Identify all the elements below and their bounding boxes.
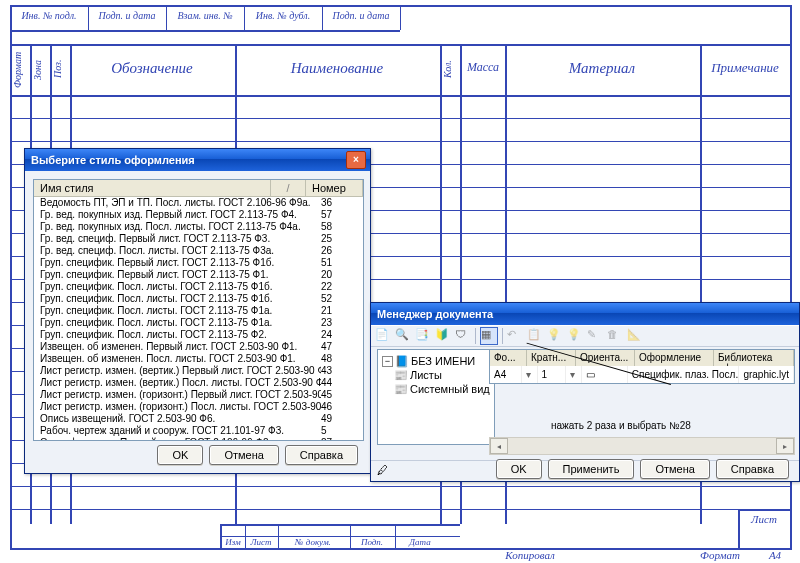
doc-manager-dialog: Менеджер документа 📄 🔍 📑 🔰 🛡 ▦ ↶ 📋 💡 💡 ✎… — [370, 302, 800, 482]
header-cell: Подп. и дата — [90, 10, 164, 21]
minus-icon[interactable]: − — [382, 356, 393, 367]
list-item[interactable]: Лист регистр. измен. (горизонт.) Посл. л… — [34, 401, 363, 413]
list-item[interactable]: Груп. специфик. Посл. листы. ГОСТ 2.113-… — [34, 293, 363, 305]
tool-icon[interactable]: ✎ — [587, 328, 603, 344]
scroll-track[interactable] — [508, 438, 776, 454]
sheet-line — [322, 5, 323, 30]
tool-icon[interactable]: 🛡 — [455, 328, 471, 344]
stamp-a4: А4 — [760, 549, 790, 561]
scroll-left-icon[interactable]: ◂ — [490, 438, 508, 454]
titlebar[interactable]: Менеджер документа — [371, 303, 799, 325]
sheet-line — [10, 486, 790, 487]
list-item[interactable]: Груп. специфик. Посл. листы. ГОСТ 2.113-… — [34, 317, 363, 329]
dropdown-icon[interactable]: ▾ — [522, 366, 538, 383]
close-icon[interactable]: × — [346, 151, 366, 169]
list-item[interactable]: Ведомость ПТ, ЭП и ТП. Посл. листы. ГОСТ… — [34, 197, 363, 209]
list-body[interactable]: Ведомость ПТ, ЭП и ТП. Посл. листы. ГОСТ… — [34, 197, 363, 441]
scroll-right-icon[interactable]: ▸ — [776, 438, 794, 454]
ok-button[interactable]: OK — [496, 459, 542, 479]
sheet-line — [10, 118, 790, 119]
list-item[interactable]: Груп. специфик. Первый лист. ГОСТ 2.113-… — [34, 257, 363, 269]
col-qty: Кол. — [442, 62, 453, 78]
stamp-date: Дата — [396, 537, 444, 547]
header-cell: Инв. № подл. — [12, 10, 86, 21]
col-material: Материал — [507, 60, 697, 77]
list-item[interactable]: Лист регистр. измен. (вертик.) Первый ли… — [34, 365, 363, 377]
tool-icon-active[interactable]: ▦ — [480, 327, 498, 345]
sheet-line — [220, 524, 460, 526]
col-zona: Зона — [32, 64, 43, 80]
tool-icon[interactable]: ↶ — [507, 328, 523, 344]
list-item[interactable]: Груп. специфик. Первый лист. ГОСТ 2.113-… — [34, 269, 363, 281]
doc-icon: 📘 — [395, 354, 409, 368]
cancel-button[interactable]: Отмена — [209, 445, 278, 465]
orient-icon[interactable]: ▭ — [582, 366, 628, 383]
tree-item[interactable]: 📰Системный вид — [382, 382, 490, 396]
stamp-sign: Подп. — [351, 537, 393, 547]
tool-icon[interactable]: 💡 — [547, 328, 563, 344]
tree-root[interactable]: −📘БЕЗ ИМЕНИ — [382, 354, 490, 368]
list-item[interactable]: Груп. специфик. Посл. листы. ГОСТ 2.113-… — [34, 281, 363, 293]
view-icon: 📰 — [394, 382, 408, 396]
tool-icon[interactable]: 📑 — [415, 328, 431, 344]
cancel-button[interactable]: Отмена — [640, 459, 709, 479]
col-note: Примечание — [702, 60, 788, 76]
help-button[interactable]: Справка — [716, 459, 789, 479]
tool-icon[interactable]: 💡 — [567, 328, 583, 344]
sheet-line — [166, 5, 167, 30]
list-item[interactable]: Гр. вед. покупных изд. Посл. листы. ГОСТ… — [34, 221, 363, 233]
list-item[interactable]: Рабоч. чертеж зданий и сооруж. ГОСТ 21.1… — [34, 425, 363, 437]
style-list[interactable]: Имя стиля / Номер Ведомость ПТ, ЭП и ТП.… — [33, 179, 364, 441]
col-format: Формат — [12, 72, 23, 88]
tree-item[interactable]: 📰Листы — [382, 368, 490, 382]
h-scrollbar[interactable]: ◂ ▸ — [489, 437, 795, 455]
dialog-title: Менеджер документа — [375, 308, 795, 320]
col-pos: Поз. — [52, 62, 63, 78]
list-item[interactable]: Специфик. плаз. Первый лист. ГОСТ 2.106-… — [34, 437, 363, 441]
header-cell: Инв. № дубл. — [246, 10, 320, 21]
sheet-line — [10, 548, 792, 550]
stamp-copy: Копировал — [480, 549, 580, 561]
stamp-list: Лист — [246, 537, 276, 547]
list-item[interactable]: Опись извещений. ГОСТ 2.503-90 Ф6.49 — [34, 413, 363, 425]
list-item[interactable]: Гр. вед. специф. Первый лист. ГОСТ 2.113… — [34, 233, 363, 245]
sheet-line — [10, 141, 790, 142]
list-item[interactable]: Груп. специфик. Посл. листы. ГОСТ 2.113-… — [34, 329, 363, 341]
list-item[interactable]: Лист регистр. измен. (горизонт.) Первый … — [34, 389, 363, 401]
list-item[interactable]: Груп. специфик. Посл. листы. ГОСТ 2.113-… — [34, 305, 363, 317]
tool-icon[interactable]: 🔰 — [435, 328, 451, 344]
list-header[interactable]: Имя стиля / Номер — [34, 180, 363, 197]
tool-icon[interactable]: 🔍 — [395, 328, 411, 344]
sheet-line — [244, 5, 245, 30]
list-item[interactable]: Извещен. об изменен. Посл. листы. ГОСТ 2… — [34, 353, 363, 365]
header-cell: Подп. и дата — [324, 10, 398, 21]
tool-icon[interactable]: 🗑 — [607, 328, 623, 344]
list-item[interactable]: Извещен. об изменен. Первый лист. ГОСТ 2… — [34, 341, 363, 353]
titlebar[interactable]: Выберите стиль оформления × — [25, 149, 370, 171]
list-item[interactable]: Гр. вед. специф. Посл. листы. ГОСТ 2.113… — [34, 245, 363, 257]
sort-indicator[interactable]: / — [271, 180, 306, 196]
col-name: Наименование — [237, 60, 437, 77]
sheet-line — [10, 509, 790, 510]
stamp-sheet: Лист — [740, 513, 788, 525]
tool-icon[interactable]: 📄 — [375, 328, 391, 344]
tree-view[interactable]: −📘БЕЗ ИМЕНИ 📰Листы 📰Системный вид — [377, 349, 495, 445]
tool-icon[interactable]: 📐 — [627, 328, 643, 344]
sheets-icon: 📰 — [394, 368, 408, 382]
col-stylename[interactable]: Имя стиля — [34, 180, 271, 196]
style-select-dialog: Выберите стиль оформления × Имя стиля / … — [24, 148, 371, 474]
dropdown-icon[interactable]: ▾ — [566, 366, 582, 383]
apply-button[interactable]: Применить — [548, 459, 635, 479]
ok-button[interactable]: OK — [157, 445, 203, 465]
list-item[interactable]: Гр. вед. покупных изд. Первый лист. ГОСТ… — [34, 209, 363, 221]
annotation-text: нажать 2 раза и выбрать №28 — [551, 420, 691, 431]
separator — [475, 328, 476, 344]
sheet-line — [400, 5, 401, 30]
stamp-docnum: № докум. — [279, 537, 347, 547]
help-button[interactable]: Справка — [285, 445, 358, 465]
col-number[interactable]: Номер — [306, 180, 363, 196]
tool-icon[interactable]: 📋 — [527, 328, 543, 344]
sheet-line — [10, 44, 792, 46]
list-item[interactable]: Лист регистр. измен. (вертик.) Посл. лис… — [34, 377, 363, 389]
stamp-izm: Изм — [222, 537, 244, 547]
